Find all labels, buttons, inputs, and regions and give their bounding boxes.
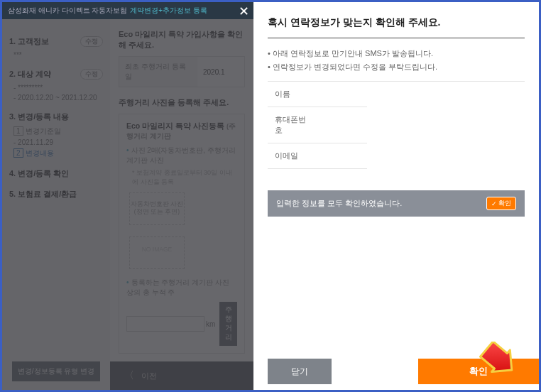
confirm-toggle-bar[interactable]: 입력한 정보를 모두 확인하였습니다. 확인 (268, 190, 525, 217)
info-line-1: 아래 연락정보로 만기안내 SMS가 발송됩니다. (268, 48, 525, 59)
contact-confirm-panel: 혹시 연락정보가 맞는지 확인해 주세요. 아래 연락정보로 만기안내 SMS가… (253, 2, 539, 390)
breadcrumb: 계약변경+추가정보 등록 (130, 6, 207, 16)
brand-text: 삼성화재 애니카 다이렉트 자동차보험 (8, 6, 127, 16)
phone-label: 휴대폰번호 (268, 107, 317, 143)
email-label: 이메일 (268, 143, 317, 168)
modal-backdrop (2, 2, 253, 390)
confirmed-badge[interactable]: 확인 (486, 197, 516, 210)
close-icon[interactable]: ✕ (239, 4, 249, 19)
info-line-2: 연락정보가 변경되었다면 수정을 부탁드립니다. (268, 62, 525, 72)
name-label: 이름 (268, 82, 317, 107)
panel-title: 혹시 연락정보가 맞는지 확인해 주세요. (268, 16, 525, 38)
close-button[interactable]: 닫기 (268, 359, 332, 384)
top-bar: 삼성화재 애니카 다이렉트 자동차보험 계약변경+추가정보 등록 (2, 2, 253, 19)
confirm-button[interactable]: 확인 (418, 359, 539, 384)
